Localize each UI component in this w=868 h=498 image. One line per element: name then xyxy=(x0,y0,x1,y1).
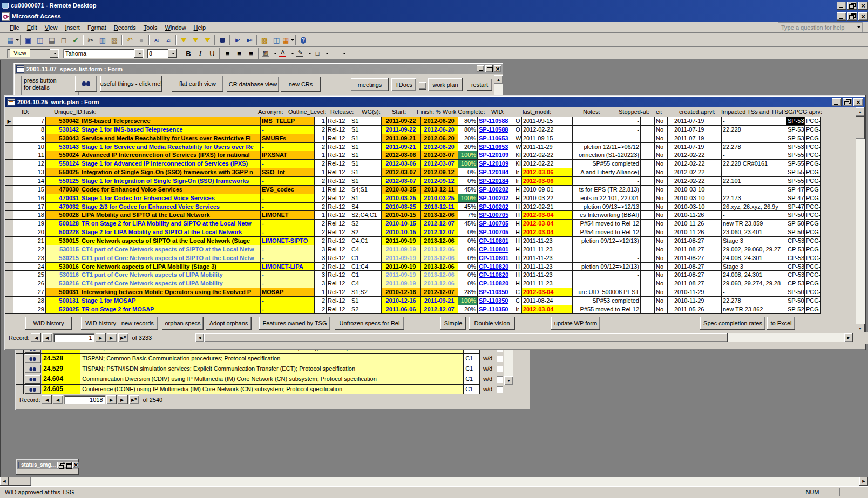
cell-sel[interactable]: ▶ xyxy=(5,117,13,126)
italic-button[interactable]: I xyxy=(194,49,206,58)
wid-link[interactable]: CP-110801 xyxy=(479,255,508,261)
scroll-left-icon[interactable]: ◀ xyxy=(195,333,204,342)
filter-by-selection-button[interactable] xyxy=(178,34,189,46)
workplan-row[interactable]: 29520025TR on Stage 2 for MOSAP-2Rel-12S… xyxy=(5,305,856,314)
scroll-down-icon[interactable]: ▼ xyxy=(504,376,513,385)
workplan-row[interactable]: 17470032Stage 2/3 for Codec for Enhanced… xyxy=(5,203,856,212)
underline-button[interactable]: U xyxy=(206,49,218,58)
cell-sel[interactable] xyxy=(5,305,13,314)
cell-sel[interactable] xyxy=(5,168,13,177)
help-button[interactable]: ? xyxy=(297,34,309,46)
cell-sel[interactable] xyxy=(5,220,13,228)
wid-link[interactable]: SP-100705 xyxy=(479,220,508,227)
wid-history-new-records-button[interactable]: WID history - new records xyxy=(81,317,158,330)
find-specs-button[interactable] xyxy=(75,76,97,92)
cell-sel[interactable] xyxy=(5,203,13,212)
spec-row[interactable]: 24.529TISPAN; PSTN/ISDN simulation servi… xyxy=(16,364,504,374)
mdi-horizontal-scrollbar[interactable]: ◀ ▶ xyxy=(0,477,868,486)
wid-link[interactable]: SP-100705 xyxy=(479,212,508,218)
previous-record-button[interactable]: ◀ xyxy=(53,395,63,404)
cell-sel[interactable] xyxy=(5,126,13,134)
cell-sel[interactable] xyxy=(5,263,13,271)
workplan-row[interactable]: 26530216CT4 part of Core Network aspects… xyxy=(5,279,856,288)
wid-link[interactable]: SP-100202 xyxy=(479,186,508,193)
scroll-up-icon[interactable]: ▲ xyxy=(494,75,503,84)
cell-sel[interactable] xyxy=(5,211,13,220)
chevron-down-button[interactable] xyxy=(340,49,347,58)
workplan-vertical-scrollbar[interactable]: ▲ ▼ xyxy=(856,107,865,333)
access-close-button[interactable] xyxy=(858,12,868,21)
cell-sel[interactable] xyxy=(5,279,13,288)
first-record-button[interactable]: ◀ xyxy=(42,395,52,404)
cell-sel[interactable] xyxy=(5,143,13,152)
spec-checkbox[interactable] xyxy=(497,356,503,362)
workplan-row[interactable]: 24530016Core Network aspects of LIPA Mob… xyxy=(5,263,856,271)
workplan-row[interactable]: 13550025Integration of Single Sign-On (S… xyxy=(5,168,856,177)
align-right-button[interactable]: ≡ xyxy=(245,49,257,58)
database-window-button[interactable]: ◫ xyxy=(270,34,282,46)
useful-things-button[interactable]: useful things - click me! xyxy=(100,76,162,92)
align-left-button[interactable]: ≡ xyxy=(221,49,233,58)
wid-link[interactable]: SP-110588 xyxy=(479,126,508,133)
paste-button[interactable]: ▧ xyxy=(109,34,120,46)
wid-link[interactable]: SP-110350 xyxy=(479,297,508,304)
fill-color-button[interactable]: ▨ xyxy=(260,49,271,58)
cell-sel[interactable] xyxy=(5,134,13,143)
cell-selector[interactable] xyxy=(16,374,24,385)
spec-find-button[interactable] xyxy=(25,354,41,363)
wid-history-button[interactable]: WID history xyxy=(25,317,72,330)
chevron-down-button[interactable] xyxy=(271,49,277,58)
scroll-left-icon[interactable]: ◀ xyxy=(0,477,9,486)
scrollbar-track[interactable] xyxy=(31,477,859,486)
workplan-row[interactable]: 22530115CT4 part of Core Network aspects… xyxy=(5,245,856,254)
workplan-row[interactable]: 20500228Stage 2 for LIPA Mobility and SI… xyxy=(5,228,856,237)
wid-link[interactable]: SP-110350 xyxy=(479,289,508,295)
menu-file[interactable]: File xyxy=(6,23,23,32)
previous-record-button[interactable]: ◀ xyxy=(42,333,52,342)
unfrozen-specs-for-rel-button[interactable]: Unfrozen specs for Rel xyxy=(335,317,404,330)
spec-find-button[interactable] xyxy=(25,385,41,394)
save-button[interactable]: ▣ xyxy=(22,34,34,46)
scroll-right-icon[interactable]: ▶ xyxy=(859,477,868,486)
filter-by-form-button[interactable] xyxy=(189,34,201,46)
cr-database-view-button[interactable]: CR database view xyxy=(227,77,279,92)
menu-tools[interactable]: Tools xyxy=(140,23,161,32)
new-record-button[interactable]: ▶* xyxy=(129,395,139,404)
workplan-row[interactable]: ▶7530042IMS-based TelepresenceIMS_TELEP1… xyxy=(5,117,856,126)
cell-selector[interactable] xyxy=(16,364,24,374)
wid-link[interactable]: SP-100705 xyxy=(479,229,508,235)
view-button[interactable]: ▦ xyxy=(7,34,19,46)
wid-link[interactable]: SP-110350 xyxy=(479,306,508,312)
first-record-button[interactable]: ◀ xyxy=(31,333,41,342)
spec-completion-rates-button[interactable]: Spec completion rates xyxy=(700,317,765,330)
wid-link[interactable]: SP-110588 xyxy=(479,118,508,124)
apply-filter-button[interactable] xyxy=(201,34,213,46)
menu-view[interactable]: View xyxy=(41,23,62,32)
access-restore-button[interactable] xyxy=(847,12,857,21)
flat-earth-view-button[interactable]: flat earth view xyxy=(172,76,223,92)
scrollbar-thumb[interactable] xyxy=(856,117,865,139)
spec-row[interactable]: 24.604Communication Diversion (CDIV) usi… xyxy=(16,374,504,385)
access-minimize-button[interactable] xyxy=(837,12,846,21)
help-question-box[interactable]: Type a question for help xyxy=(778,22,863,32)
cell-sel[interactable] xyxy=(5,297,13,305)
status-smg-window[interactable]: status_smg... xyxy=(16,459,79,475)
workplan-row[interactable]: 8530142Stage 1 for IMS-based Telepresenc… xyxy=(5,126,856,134)
work-plan-button[interactable]: work plan xyxy=(428,78,463,91)
font-name-combo[interactable]: Tahoma xyxy=(63,49,144,58)
new-object-button[interactable]: ▦ xyxy=(282,34,294,46)
cell-sel[interactable] xyxy=(5,228,13,237)
properties-button[interactable]: ▩ xyxy=(259,34,270,46)
file-search-button[interactable]: ◫ xyxy=(34,34,46,46)
restart-button[interactable]: restart xyxy=(467,79,492,91)
wid-link[interactable]: CP-110820 xyxy=(479,271,508,278)
last-record-button[interactable]: ▶ xyxy=(107,333,117,342)
bold-button[interactable]: B xyxy=(182,49,194,58)
border-button[interactable]: □ xyxy=(312,49,323,58)
workplan-row[interactable]: 23530215CT1 part of Core Network aspects… xyxy=(5,254,856,263)
workplan-horizontal-scrollbar[interactable]: ◀▶ xyxy=(195,333,853,342)
new-crs-button[interactable]: new CRs xyxy=(281,77,321,92)
specs-form-titlebar[interactable]: 2001-11-07_specs-list-form : Form xyxy=(15,64,503,74)
wid-link[interactable]: SP-100202 xyxy=(479,195,508,201)
specs-form-close-button[interactable] xyxy=(494,65,501,72)
